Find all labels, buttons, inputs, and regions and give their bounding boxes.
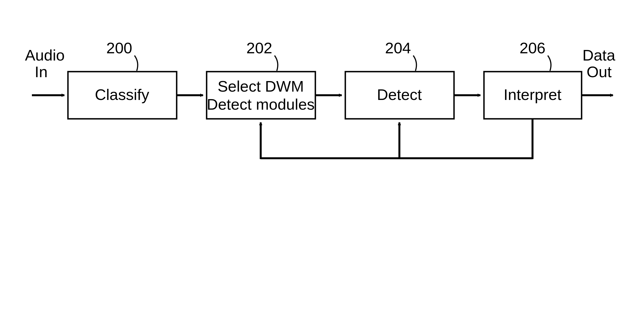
input-label-line1: Audio bbox=[25, 46, 65, 64]
input-label-line2: In bbox=[35, 63, 48, 81]
select-leader bbox=[275, 56, 278, 71]
block-detect-id: 204 bbox=[385, 39, 411, 57]
block-interpret-id: 206 bbox=[519, 39, 545, 57]
block-select-line2: Detect modules bbox=[207, 96, 315, 113]
classify-leader bbox=[135, 56, 138, 71]
block-interpret-label: Interpret bbox=[504, 86, 562, 103]
output-label-line2: Out bbox=[587, 63, 612, 81]
block-detect-label: Detect bbox=[377, 86, 422, 103]
detect-leader bbox=[413, 56, 417, 71]
block-interpret: Interpret 206 bbox=[484, 39, 582, 119]
block-select-id: 202 bbox=[246, 39, 272, 57]
block-detect: Detect 204 bbox=[345, 39, 454, 119]
feedback-path bbox=[261, 119, 533, 159]
block-classify: Classify 200 bbox=[68, 39, 177, 119]
output-label-line1: Data bbox=[582, 46, 615, 64]
block-classify-id: 200 bbox=[106, 39, 132, 57]
block-classify-label: Classify bbox=[95, 86, 149, 103]
interpret-leader bbox=[548, 56, 551, 71]
block-select-line1: Select DWM bbox=[217, 77, 304, 95]
block-select-dwm: Select DWM Detect modules 202 bbox=[207, 39, 315, 119]
